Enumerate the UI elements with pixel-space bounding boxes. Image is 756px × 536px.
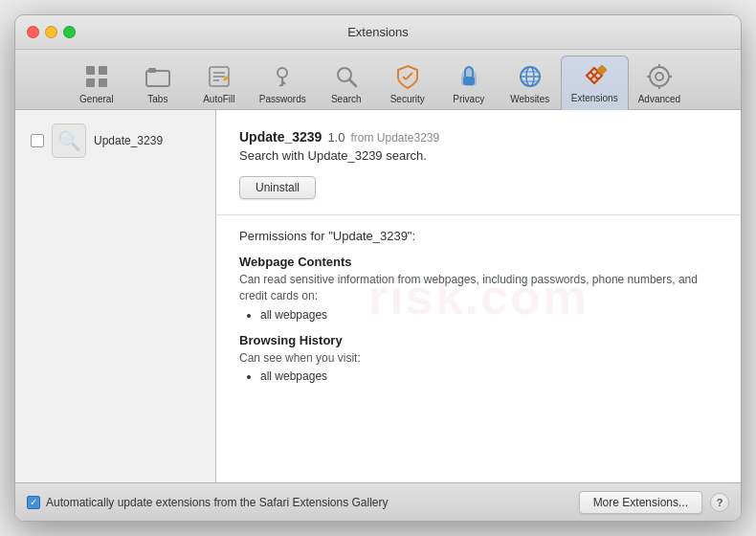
perm-section-desc-0: Can read sensitive information from webp… [239,272,718,304]
security-icon [392,61,423,92]
help-button[interactable]: ? [710,493,729,512]
autofill-icon [204,61,234,92]
extension-name: Update_3239 [94,134,163,147]
perm-section-title-1: Browsing History [239,333,718,347]
minimize-button[interactable] [45,26,57,38]
perm-list-0: all webpages [239,308,718,322]
checkbox-check-icon: ✓ [30,498,37,507]
extension-icon-area: 🔍 [52,123,86,158]
svg-line-17 [406,73,412,79]
toolbar-item-search[interactable]: Search [316,57,377,109]
extension-source: Update3239 [377,131,439,145]
privacy-icon [454,61,484,92]
perm-list-item: all webpages [260,308,718,322]
general-icon [81,61,112,92]
window-controls [27,26,76,38]
search-icon [331,61,362,92]
extension-watermark-icon: 🔍 [57,129,81,152]
tabs-label: Tabs [147,94,167,104]
advanced-label: Advanced [638,94,680,104]
main-window: Extensions General Tabs [14,14,742,522]
perm-list-1: all webpages [239,369,718,383]
privacy-label: Privacy [453,94,484,104]
svg-line-16 [403,77,406,79]
search-label: Search [331,94,362,104]
permission-section-webpage: Webpage Contents Can read sensitive info… [239,255,718,322]
sidebar-extension-item[interactable]: 🔍 Update_3239 [23,118,208,164]
passwords-icon [267,61,298,92]
auto-update-label: Automatically update extensions from the… [46,496,389,509]
svg-point-10 [278,68,287,78]
perm-section-title-0: Webpage Contents [239,255,718,269]
websites-label: Websites [510,94,549,104]
permission-section-history: Browsing History Can see when you visit:… [239,333,718,384]
titlebar: Extensions [15,15,741,50]
sidebar: 🔍 Update_3239 [15,110,216,482]
svg-rect-0 [86,66,95,75]
tabs-icon [143,61,173,92]
toolbar-item-websites[interactable]: Websites [500,57,561,109]
toolbar-items: General Tabs AutoFill Pass [66,56,690,109]
extension-detail-name: Update_3239 [239,129,322,145]
toolbar-item-security[interactable]: Security [377,57,438,109]
toolbar-item-tabs[interactable]: Tabs [127,57,189,109]
svg-rect-3 [99,78,107,87]
passwords-label: Passwords [259,94,306,104]
svg-rect-2 [86,78,95,87]
autofill-label: AutoFill [203,94,234,104]
close-button[interactable] [27,26,39,38]
extension-header: Update_3239 1.0 from Update3239 Search w… [239,129,718,243]
svg-rect-24 [597,64,608,75]
uninstall-button[interactable]: Uninstall [239,176,316,199]
perm-list-item: all webpages [260,369,718,383]
svg-point-26 [650,67,669,86]
toolbar-item-privacy[interactable]: Privacy [438,57,500,109]
content-panel: risk.com Update_3239 1.0 from Update3239… [216,110,741,482]
content-body: Update_3239 1.0 from Update3239 Search w… [216,110,741,413]
permissions-heading: Permissions for "Update_3239": [239,229,718,243]
extension-description: Search with Update_3239 search. [239,148,718,163]
toolbar-item-advanced[interactable]: Advanced [629,57,690,109]
perm-section-desc-1: Can see when you visit: [239,350,718,367]
extension-checkbox[interactable] [31,134,44,147]
svg-rect-1 [99,66,107,75]
toolbar-item-general[interactable]: General [66,57,127,109]
extensions-icon [579,60,610,91]
general-label: General [79,94,114,104]
svg-rect-18 [463,77,475,85]
advanced-icon [644,61,675,92]
auto-update-checkbox[interactable]: ✓ [27,496,40,509]
svg-rect-4 [146,71,169,86]
extension-from: from Update3239 [350,131,439,145]
extensions-label: Extensions [571,93,618,103]
toolbar-item-passwords[interactable]: Passwords [250,57,316,109]
bottombar: ✓ Automatically update extensions from t… [15,482,741,521]
extension-title-line: Update_3239 1.0 from Update3239 [239,129,718,145]
svg-line-15 [349,79,356,86]
toolbar: General Tabs AutoFill Pass [15,50,741,110]
extension-version: 1.0 [327,130,345,145]
maximize-button[interactable] [63,26,76,38]
more-extensions-button[interactable]: More Extensions... [579,491,702,514]
auto-update-area: ✓ Automatically update extensions from t… [27,496,571,509]
section-divider [216,214,741,215]
toolbar-item-autofill[interactable]: AutoFill [189,57,250,109]
main-area: 🔍 Update_3239 risk.com Update_3239 1.0 f… [15,110,741,482]
websites-icon [515,61,545,92]
security-label: Security [390,94,425,104]
window-title: Extensions [347,25,409,39]
toolbar-item-extensions[interactable]: Extensions [561,56,629,110]
svg-point-25 [656,73,663,80]
svg-rect-5 [148,68,156,73]
